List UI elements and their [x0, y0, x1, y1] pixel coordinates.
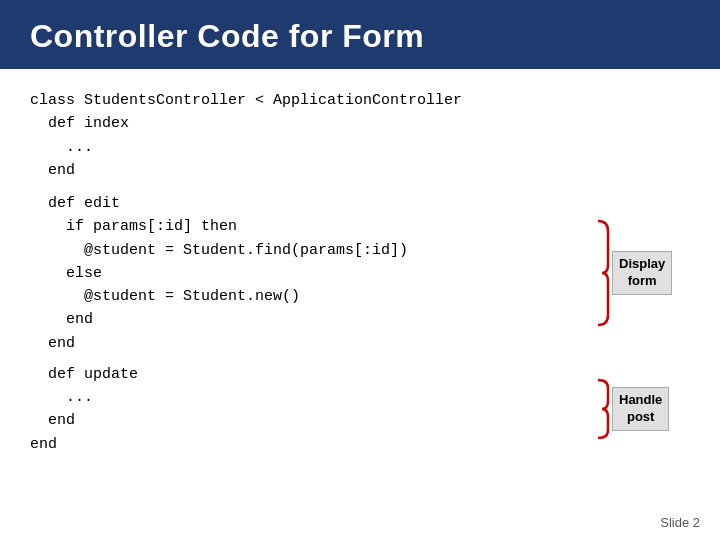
edit-section: def edit if params[:id] then @student = … [30, 192, 690, 355]
display-form-brace-icon [594, 219, 612, 327]
handle-post-annotation: Handlepost [590, 378, 690, 440]
code-lines-edit: def edit if params[:id] then @student = … [30, 192, 590, 355]
display-form-annotation: Displayform [590, 219, 690, 327]
slide-number: Slide 2 [660, 515, 700, 530]
top-code: class StudentsController < ApplicationCo… [30, 89, 590, 182]
edit-code: def edit if params[:id] then @student = … [30, 192, 590, 355]
slide: Controller Code for Form class StudentsC… [0, 0, 720, 540]
code-lines-top: class StudentsController < ApplicationCo… [30, 89, 590, 182]
handle-post-brace-icon [594, 378, 612, 440]
update-code: def update ... end end [30, 363, 590, 456]
title-bar: Controller Code for Form [0, 0, 720, 69]
code-lines-update: def update ... end end [30, 363, 590, 456]
main-content: class StudentsController < ApplicationCo… [0, 69, 720, 466]
handle-post-label: Handlepost [612, 387, 669, 431]
display-form-label: Displayform [612, 251, 672, 295]
update-section: def update ... end end Handlepost [30, 363, 690, 456]
slide-title: Controller Code for Form [30, 18, 690, 55]
top-code-section: class StudentsController < ApplicationCo… [30, 89, 690, 182]
